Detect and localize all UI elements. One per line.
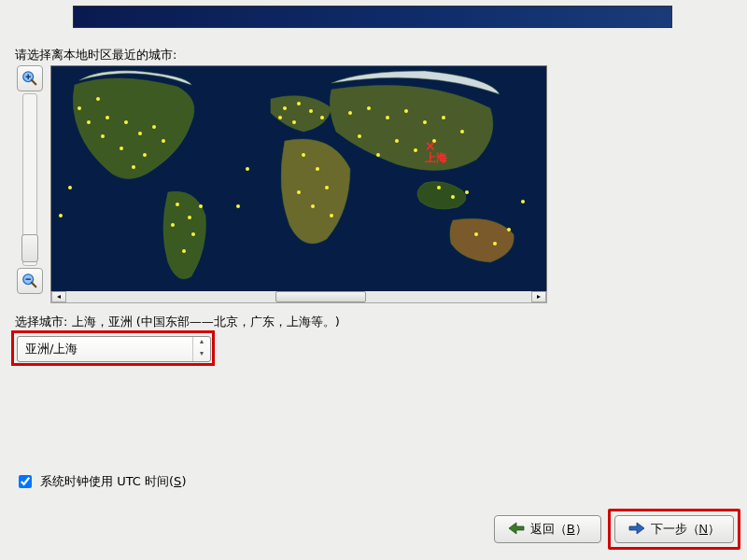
timezone-prompt: 请选择离本地时区最近的城市: xyxy=(15,47,176,63)
zoom-in-icon xyxy=(21,70,38,87)
svg-point-56 xyxy=(68,186,72,189)
back-button[interactable]: 返回（B） xyxy=(494,515,601,543)
svg-point-27 xyxy=(297,102,301,105)
svg-line-1 xyxy=(32,80,36,85)
utc-checkbox-row[interactable]: 系统时钟使用 UTC 时间(S) xyxy=(15,472,186,491)
svg-point-19 xyxy=(96,97,100,101)
wizard-buttons: 返回（B） 下一步（N） xyxy=(494,515,734,543)
utc-label: 系统时钟使用 UTC 时间(S) xyxy=(40,473,186,490)
svg-point-12 xyxy=(162,139,165,143)
svg-point-32 xyxy=(302,153,305,157)
zoom-in-button[interactable] xyxy=(17,65,43,91)
svg-point-59 xyxy=(246,167,249,171)
next-button[interactable]: 下一步（N） xyxy=(614,515,734,543)
selected-city-info: 选择城市: 上海，亚洲 (中国东部——北京，广东，上海等。) xyxy=(15,314,340,330)
svg-point-58 xyxy=(521,200,525,203)
next-arrow-icon xyxy=(628,522,645,538)
chevron-up-icon: ▴ xyxy=(193,337,210,349)
zoom-out-icon xyxy=(21,273,38,289)
zoom-slider-thumb[interactable] xyxy=(21,234,38,262)
svg-point-48 xyxy=(376,153,380,157)
zoom-controls xyxy=(15,65,47,294)
svg-point-34 xyxy=(325,186,329,189)
zoom-out-button[interactable] xyxy=(17,268,43,294)
svg-point-57 xyxy=(59,214,63,217)
svg-point-14 xyxy=(132,165,135,169)
svg-point-47 xyxy=(395,139,399,143)
svg-point-55 xyxy=(507,228,511,231)
svg-point-26 xyxy=(283,106,287,110)
svg-point-13 xyxy=(143,153,147,157)
svg-point-15 xyxy=(120,147,123,150)
combobox-spinner[interactable]: ▴ ▾ xyxy=(192,337,210,361)
svg-point-22 xyxy=(191,232,195,236)
svg-point-29 xyxy=(320,116,324,119)
back-arrow-icon xyxy=(508,522,525,538)
svg-point-17 xyxy=(87,120,91,124)
svg-point-38 xyxy=(348,111,352,115)
installer-header xyxy=(73,6,672,28)
svg-point-46 xyxy=(414,148,417,152)
timezone-combobox[interactable]: 亚洲/上海 ▴ ▾ xyxy=(17,336,211,362)
svg-point-49 xyxy=(358,134,361,138)
timezone-map: × 上海 ◂ ▸ xyxy=(15,65,547,303)
svg-point-60 xyxy=(236,204,240,208)
scroll-right-button[interactable]: ▸ xyxy=(531,291,546,302)
map-hscrollbar[interactable]: ◂ ▸ xyxy=(50,291,547,303)
svg-point-54 xyxy=(493,242,497,245)
svg-point-21 xyxy=(188,216,191,219)
svg-point-11 xyxy=(152,125,156,129)
svg-point-31 xyxy=(278,116,282,119)
svg-point-9 xyxy=(124,120,128,124)
next-button-label: 下一步（N） xyxy=(651,521,720,538)
svg-point-24 xyxy=(199,204,203,208)
city-info-prefix: 选择城市: xyxy=(15,315,72,329)
scroll-thumb[interactable] xyxy=(275,291,366,302)
svg-point-40 xyxy=(386,116,389,119)
svg-point-18 xyxy=(78,106,81,110)
svg-point-50 xyxy=(437,186,441,189)
map-canvas[interactable]: × 上海 xyxy=(50,65,547,294)
highlight-next-button: 下一步（N） xyxy=(608,509,740,550)
svg-point-53 xyxy=(474,232,478,236)
svg-point-45 xyxy=(432,139,436,143)
svg-point-43 xyxy=(442,116,445,119)
back-button-label: 返回（B） xyxy=(530,521,587,538)
svg-point-37 xyxy=(330,214,333,217)
svg-point-25 xyxy=(171,223,175,227)
svg-point-52 xyxy=(465,190,469,194)
svg-point-8 xyxy=(106,116,109,119)
timezone-value: 亚洲/上海 xyxy=(18,341,192,357)
svg-point-39 xyxy=(367,106,371,110)
svg-point-51 xyxy=(451,195,455,199)
svg-line-5 xyxy=(32,283,36,287)
zoom-slider[interactable] xyxy=(22,93,37,266)
chevron-down-icon: ▾ xyxy=(193,349,210,361)
svg-point-30 xyxy=(292,120,296,124)
svg-point-41 xyxy=(404,109,408,113)
svg-point-23 xyxy=(182,249,186,253)
utc-checkbox[interactable] xyxy=(19,475,32,488)
svg-point-36 xyxy=(297,190,301,194)
svg-point-44 xyxy=(460,130,464,133)
scroll-left-button[interactable]: ◂ xyxy=(51,291,66,302)
scroll-track[interactable] xyxy=(66,291,531,302)
svg-point-20 xyxy=(176,203,179,206)
svg-point-35 xyxy=(311,204,315,208)
svg-point-10 xyxy=(138,132,142,135)
city-info-value: 上海，亚洲 (中国东部——北京，广东，上海等。) xyxy=(72,315,340,329)
svg-point-28 xyxy=(309,109,313,113)
svg-point-33 xyxy=(316,167,319,171)
svg-point-16 xyxy=(101,134,105,138)
svg-point-42 xyxy=(423,120,427,124)
